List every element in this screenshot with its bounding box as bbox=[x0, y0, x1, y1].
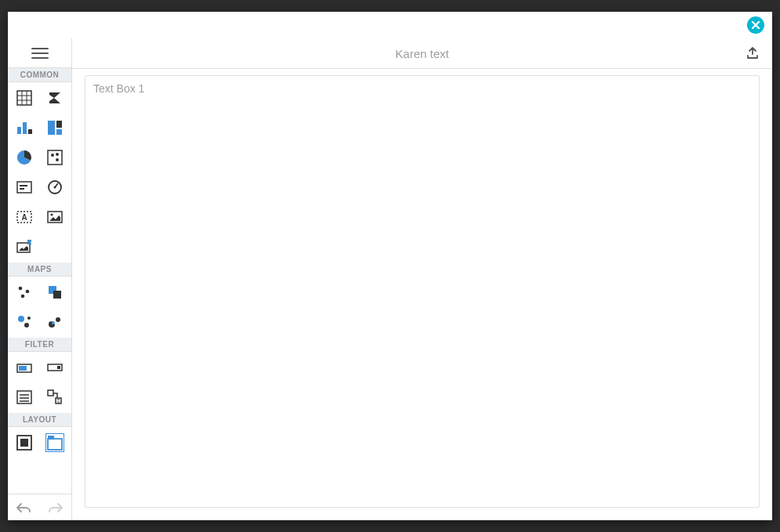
svg-point-24 bbox=[26, 290, 30, 294]
gauge-icon bbox=[46, 179, 63, 196]
svg-point-30 bbox=[27, 317, 31, 320]
bound-image-icon bbox=[16, 238, 33, 255]
svg-rect-21 bbox=[27, 240, 31, 242]
tool-group-common: A bbox=[8, 82, 71, 262]
close-button[interactable] bbox=[747, 16, 764, 34]
bar-chart-icon bbox=[16, 119, 33, 136]
tool-geopoint-map[interactable] bbox=[9, 280, 40, 305]
scatter-icon bbox=[46, 149, 63, 166]
svg-rect-36 bbox=[57, 366, 60, 369]
svg-rect-12 bbox=[20, 185, 27, 186]
group-label-layout: LAYOUT bbox=[8, 413, 71, 427]
tool-pivot[interactable] bbox=[40, 85, 71, 110]
treeview-icon bbox=[46, 389, 63, 406]
tool-group-item[interactable] bbox=[9, 430, 40, 455]
svg-rect-5 bbox=[56, 121, 62, 128]
svg-rect-22 bbox=[27, 243, 31, 244]
pie-icon bbox=[16, 149, 33, 166]
svg-text:A: A bbox=[22, 213, 27, 222]
svg-point-23 bbox=[19, 287, 23, 291]
svg-rect-38 bbox=[48, 390, 53, 396]
svg-point-32 bbox=[56, 317, 60, 322]
image-icon bbox=[46, 208, 63, 226]
redo-button[interactable] bbox=[40, 494, 72, 520]
svg-rect-34 bbox=[19, 366, 27, 371]
tool-card[interactable] bbox=[9, 175, 40, 200]
tool-range-filter[interactable] bbox=[9, 355, 40, 380]
treemap-icon bbox=[46, 119, 63, 136]
range-icon bbox=[16, 359, 33, 376]
tool-treeview[interactable] bbox=[40, 385, 71, 410]
pie-map-icon bbox=[46, 313, 63, 331]
group-label-maps: MAPS bbox=[8, 262, 71, 277]
tool-grid[interactable] bbox=[9, 85, 40, 110]
tab-container-icon bbox=[46, 434, 63, 451]
svg-rect-42 bbox=[48, 439, 62, 450]
tool-listbox[interactable] bbox=[9, 385, 40, 410]
sigma-icon bbox=[46, 89, 63, 107]
svg-rect-27 bbox=[53, 291, 61, 299]
svg-point-28 bbox=[18, 316, 24, 322]
group-label-filter: FILTER bbox=[8, 338, 71, 352]
export-icon bbox=[746, 46, 760, 60]
export-button[interactable] bbox=[746, 46, 760, 60]
tool-group-layout bbox=[8, 427, 71, 458]
tool-scatter[interactable] bbox=[40, 145, 71, 170]
svg-rect-6 bbox=[56, 129, 62, 135]
svg-point-25 bbox=[21, 295, 25, 299]
combobox-icon bbox=[46, 359, 63, 376]
svg-point-15 bbox=[53, 186, 56, 189]
text-box-label: Text Box 1 bbox=[93, 82, 144, 95]
main-area: Karen text Text Box 1 bbox=[72, 38, 772, 520]
tool-pie[interactable] bbox=[9, 145, 40, 170]
svg-rect-41 bbox=[20, 439, 28, 447]
group-icon bbox=[16, 434, 33, 451]
svg-rect-1 bbox=[17, 127, 21, 134]
body: COMMON bbox=[8, 38, 772, 520]
close-icon bbox=[751, 20, 760, 30]
undo-redo-bar bbox=[8, 494, 71, 520]
svg-rect-0 bbox=[17, 91, 31, 105]
undo-icon bbox=[16, 502, 31, 513]
design-canvas[interactable]: Text Box 1 bbox=[72, 68, 772, 520]
undo-button[interactable] bbox=[8, 494, 40, 520]
svg-rect-3 bbox=[28, 129, 32, 134]
tool-combobox[interactable] bbox=[40, 355, 71, 380]
hamburger-icon bbox=[31, 47, 49, 60]
geopoint-icon bbox=[16, 284, 33, 301]
tool-treemap[interactable] bbox=[40, 115, 71, 140]
tool-bubble-map[interactable] bbox=[9, 309, 40, 335]
svg-point-9 bbox=[56, 158, 59, 161]
textbox-icon: A bbox=[16, 208, 33, 226]
svg-rect-43 bbox=[48, 436, 54, 440]
svg-point-10 bbox=[56, 153, 59, 156]
bubble-map-icon bbox=[16, 313, 33, 331]
choropleth-icon bbox=[46, 284, 63, 301]
menu-button[interactable] bbox=[8, 38, 71, 68]
tool-gauge[interactable] bbox=[40, 175, 71, 200]
svg-rect-2 bbox=[23, 122, 27, 134]
title-bar: Karen text bbox=[72, 38, 772, 68]
svg-rect-39 bbox=[56, 398, 61, 404]
tool-pie-map[interactable] bbox=[40, 309, 71, 335]
text-box-item[interactable]: Text Box 1 bbox=[85, 75, 760, 508]
tool-tab-container[interactable] bbox=[40, 430, 71, 455]
svg-point-19 bbox=[50, 214, 53, 216]
tool-image[interactable] bbox=[40, 204, 71, 230]
grid-icon bbox=[16, 89, 33, 107]
svg-point-29 bbox=[24, 323, 29, 328]
sidebar: COMMON bbox=[8, 38, 72, 520]
tool-choropleth-map[interactable] bbox=[40, 280, 71, 305]
svg-rect-13 bbox=[20, 188, 24, 190]
redo-icon bbox=[48, 502, 63, 513]
tool-bound-image[interactable] bbox=[9, 234, 40, 259]
tool-group-filter bbox=[8, 352, 71, 413]
listbox-icon bbox=[16, 389, 33, 406]
tool-group-maps bbox=[8, 277, 71, 338]
tool-textbox[interactable]: A bbox=[9, 204, 40, 230]
svg-point-8 bbox=[51, 154, 54, 157]
dashboard-designer-window: COMMON bbox=[8, 12, 772, 520]
dashboard-title[interactable]: Karen text bbox=[395, 47, 448, 60]
tool-chart[interactable] bbox=[9, 115, 40, 140]
svg-rect-11 bbox=[17, 182, 31, 193]
